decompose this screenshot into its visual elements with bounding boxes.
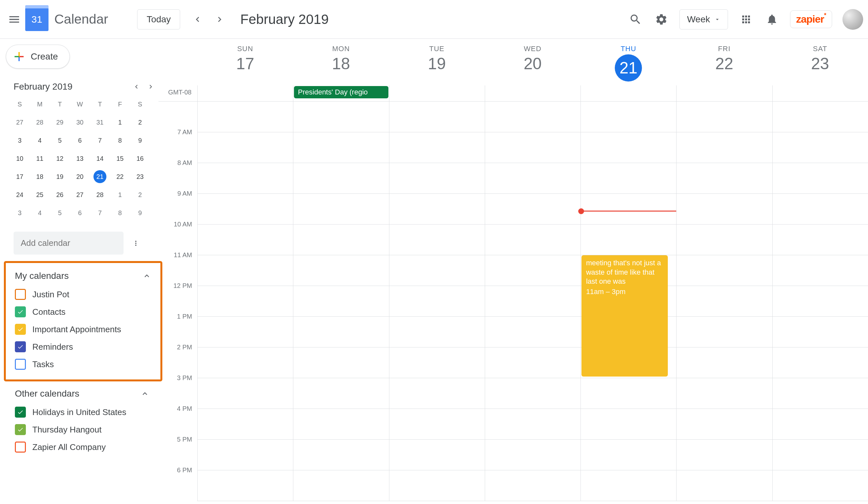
- calendar-checkbox[interactable]: [15, 306, 26, 317]
- day-column[interactable]: [485, 102, 580, 501]
- mini-day[interactable]: 1: [110, 186, 130, 204]
- calendar-checkbox[interactable]: [15, 289, 26, 300]
- next-week-icon[interactable]: [212, 12, 227, 27]
- allday-cell[interactable]: [389, 85, 485, 101]
- day-header[interactable]: SAT23: [772, 39, 868, 85]
- mini-day[interactable]: 6: [70, 204, 90, 222]
- calendar-item[interactable]: Justin Pot: [6, 286, 161, 303]
- allday-event[interactable]: Presidents' Day (regio: [294, 86, 388, 98]
- mini-next-month-icon[interactable]: [147, 83, 155, 91]
- calendar-checkbox[interactable]: [15, 324, 26, 335]
- calendar-checkbox[interactable]: [15, 424, 26, 435]
- calendar-item[interactable]: Holidays in United States: [6, 403, 158, 421]
- allday-cell[interactable]: [485, 85, 580, 101]
- add-calendar-input[interactable]: [13, 232, 124, 255]
- mini-day[interactable]: 27: [10, 113, 30, 131]
- main-menu-icon[interactable]: [7, 12, 22, 27]
- time-grid-scroll[interactable]: 7 AM8 AM9 AM10 AM11 AM12 PM1 PM2 PM3 PM4…: [158, 102, 868, 504]
- allday-cell[interactable]: [676, 85, 772, 101]
- mini-day[interactable]: 1: [110, 113, 130, 131]
- calendar-item[interactable]: Tasks: [6, 356, 161, 373]
- calendar-item[interactable]: Important Appointments: [6, 321, 161, 338]
- mini-day[interactable]: 12: [50, 150, 70, 167]
- create-button[interactable]: Create: [6, 45, 70, 69]
- mini-prev-month-icon[interactable]: [133, 83, 140, 91]
- mini-day[interactable]: 9: [130, 204, 150, 222]
- mini-day[interactable]: 15: [110, 150, 130, 167]
- calendar-item[interactable]: Thursday Hangout: [6, 421, 158, 438]
- allday-cell[interactable]: Presidents' Day (regio: [293, 85, 389, 101]
- mini-day[interactable]: 28: [30, 113, 50, 131]
- mini-day[interactable]: 3: [10, 131, 30, 150]
- mini-day[interactable]: 13: [70, 150, 90, 167]
- view-selector[interactable]: Week: [680, 9, 728, 29]
- mini-day[interactable]: 31: [90, 113, 110, 131]
- day-header[interactable]: FRI22: [676, 39, 772, 85]
- mini-day[interactable]: 14: [90, 150, 110, 167]
- day-header[interactable]: THU21: [580, 39, 676, 85]
- mini-day[interactable]: 5: [50, 204, 70, 222]
- mini-day[interactable]: 10: [10, 150, 30, 167]
- settings-gear-icon[interactable]: [654, 12, 669, 27]
- allday-cell[interactable]: [772, 85, 868, 101]
- mini-day[interactable]: 25: [30, 186, 50, 204]
- add-calendar-more-icon[interactable]: [129, 236, 143, 250]
- mini-day[interactable]: 30: [70, 113, 90, 131]
- mini-day[interactable]: 16: [130, 150, 150, 167]
- day-column[interactable]: [676, 102, 772, 501]
- mini-day[interactable]: 26: [50, 186, 70, 204]
- mini-day[interactable]: 8: [110, 131, 130, 150]
- calendar-checkbox[interactable]: [15, 341, 26, 352]
- account-avatar[interactable]: [843, 9, 863, 30]
- calendar-item[interactable]: Zapier All Company: [6, 438, 158, 456]
- zapier-logo[interactable]: zapier*: [790, 10, 833, 28]
- mini-day[interactable]: 23: [130, 167, 150, 186]
- search-icon[interactable]: [628, 12, 643, 27]
- my-calendars-toggle[interactable]: My calendars: [6, 266, 161, 286]
- day-header[interactable]: TUE19: [389, 39, 485, 85]
- mini-day[interactable]: 8: [110, 204, 130, 222]
- mini-day[interactable]: 17: [10, 167, 30, 186]
- allday-cell[interactable]: [197, 85, 293, 101]
- mini-day[interactable]: 9: [130, 131, 150, 150]
- mini-day[interactable]: 27: [70, 186, 90, 204]
- day-column[interactable]: meeting that's not just a waste of time …: [580, 102, 676, 501]
- day-header[interactable]: WED20: [485, 39, 580, 85]
- mini-day[interactable]: 21: [93, 170, 106, 183]
- other-calendars-toggle[interactable]: Other calendars: [6, 384, 158, 403]
- mini-day[interactable]: 7: [90, 204, 110, 222]
- day-column[interactable]: [197, 102, 293, 501]
- mini-day[interactable]: 4: [30, 204, 50, 222]
- mini-day[interactable]: 20: [70, 167, 90, 186]
- mini-day[interactable]: 5: [50, 131, 70, 150]
- mini-day[interactable]: 24: [10, 186, 30, 204]
- mini-day[interactable]: 4: [30, 131, 50, 150]
- calendar-item[interactable]: Contacts: [6, 303, 161, 321]
- mini-day[interactable]: 3: [10, 204, 30, 222]
- mini-day[interactable]: 11: [30, 150, 50, 167]
- apps-grid-icon[interactable]: [738, 12, 754, 27]
- mini-day[interactable]: 28: [90, 186, 110, 204]
- mini-day[interactable]: 2: [130, 113, 150, 131]
- notifications-bell-icon[interactable]: [764, 12, 780, 27]
- calendar-checkbox[interactable]: [15, 407, 26, 418]
- mini-day[interactable]: 7: [90, 131, 110, 150]
- day-column[interactable]: [389, 102, 485, 501]
- mini-day[interactable]: 6: [70, 131, 90, 150]
- mini-day[interactable]: 2: [130, 186, 150, 204]
- day-header[interactable]: SUN17: [197, 39, 293, 85]
- mini-day[interactable]: 18: [30, 167, 50, 186]
- day-header[interactable]: MON18: [293, 39, 389, 85]
- allday-cell[interactable]: [580, 85, 676, 101]
- mini-day[interactable]: 29: [50, 113, 70, 131]
- calendar-checkbox[interactable]: [15, 359, 26, 370]
- calendar-checkbox[interactable]: [15, 442, 26, 453]
- calendar-event[interactable]: meeting that's not just a waste of time …: [581, 255, 668, 377]
- mini-day[interactable]: 19: [50, 167, 70, 186]
- today-button[interactable]: Today: [137, 9, 180, 29]
- day-column[interactable]: [772, 102, 868, 501]
- calendar-item[interactable]: Reminders: [6, 338, 161, 356]
- day-column[interactable]: [293, 102, 389, 501]
- prev-week-icon[interactable]: [190, 12, 205, 27]
- mini-day[interactable]: 22: [110, 167, 130, 186]
